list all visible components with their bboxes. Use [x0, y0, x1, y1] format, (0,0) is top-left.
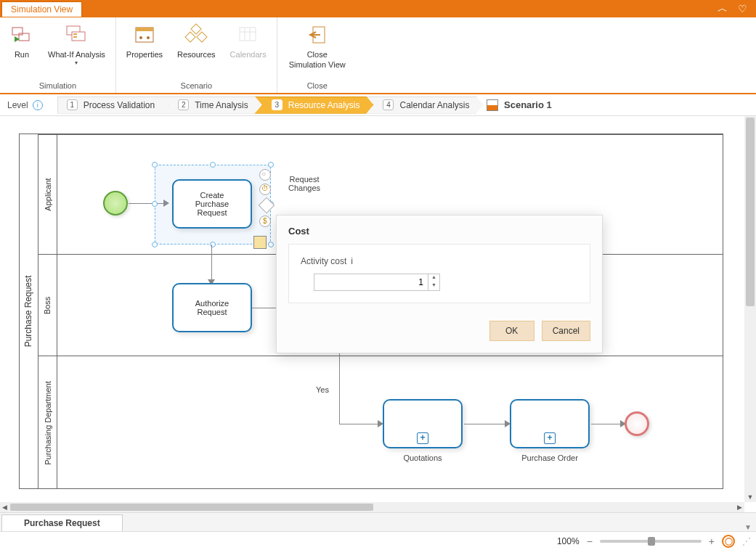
lane-label[interactable]: Boss: [38, 255, 57, 356]
context-cost-icon[interactable]: [259, 216, 271, 227]
scenario-icon: [487, 99, 498, 111]
end-event[interactable]: [625, 411, 649, 436]
properties-button[interactable]: Properties: [121, 20, 168, 62]
svg-point-9: [139, 36, 142, 39]
task-create-purchase-request[interactable]: Create Purchase Request: [172, 179, 252, 229]
zoom-slider[interactable]: [600, 540, 702, 543]
step-calendar-analysis[interactable]: 4 Calendar Analysis: [366, 97, 483, 114]
ribbon-group-close: Close Simulation View Close: [277, 17, 357, 93]
svg-rect-14: [240, 28, 256, 41]
lane-label[interactable]: Purchasing Department: [38, 356, 57, 489]
task-purchase-order[interactable]: [510, 399, 590, 448]
properties-icon: [133, 23, 156, 46]
zoom-label: 100%: [557, 536, 580, 546]
svg-rect-8: [136, 28, 153, 31]
document-tabs: Purchase Request ▼: [0, 512, 756, 531]
spinner[interactable]: ▲ ▼: [428, 274, 440, 291]
context-timer-icon[interactable]: [259, 184, 271, 195]
flow-label-yes: Yes: [316, 385, 329, 394]
ribbon-group-scenario: Properties Resources Calendars Scenario: [116, 17, 277, 93]
help-icon[interactable]: ♡: [738, 3, 747, 15]
zoom-fit-icon[interactable]: ◯: [722, 535, 735, 548]
calendars-icon: [237, 23, 260, 46]
chevron-down-icon: ▾: [75, 59, 78, 66]
ribbon-group-simulation: Run What-If Analysis ▾ Simulation: [0, 17, 116, 93]
run-icon: [10, 23, 33, 46]
whatif-icon: [65, 23, 88, 46]
step-time-analysis[interactable]: 2 Time Analysis: [161, 97, 262, 114]
level-bar: Level i 1 Process Validation 2 Time Anal…: [0, 94, 756, 116]
step-process-validation[interactable]: 1 Process Validation: [57, 97, 169, 114]
pool-label[interactable]: Purchase Request: [20, 134, 38, 488]
svg-rect-13: [197, 32, 207, 42]
dialog-title: Cost: [277, 216, 602, 244]
cancel-button[interactable]: Cancel: [542, 321, 590, 341]
status-bar: 100% − + ◯ ⋰: [0, 531, 756, 550]
info-icon[interactable]: i: [351, 256, 353, 266]
spin-down-icon[interactable]: ▼: [428, 282, 439, 290]
zoom-in-button[interactable]: +: [709, 535, 715, 547]
whatif-button[interactable]: What-If Analysis ▾: [42, 20, 111, 69]
title-bar: Simulation View ︿ ♡: [0, 0, 756, 17]
doc-tab-purchase-request[interactable]: Purchase Request: [1, 514, 123, 531]
zoom-out-button[interactable]: −: [587, 535, 593, 547]
context-event-icon[interactable]: [259, 169, 271, 181]
ok-button[interactable]: OK: [489, 321, 535, 341]
svg-rect-6: [73, 36, 77, 38]
flow-label-request-changes: Request Changes: [288, 175, 320, 192]
scenario-indicator[interactable]: Scenario 1: [487, 99, 552, 111]
close-sim-button[interactable]: Close Simulation View: [283, 20, 351, 73]
run-button[interactable]: Run: [4, 20, 39, 62]
resources-icon: [184, 23, 208, 46]
spin-up-icon[interactable]: ▲: [428, 274, 439, 282]
title-tab[interactable]: Simulation View: [1, 1, 82, 17]
step-resource-analysis[interactable]: 3 Resource Analysis: [255, 97, 374, 114]
chevron-up-icon[interactable]: ︿: [718, 2, 728, 15]
ribbon: Run What-If Analysis ▾ Simulation Proper…: [0, 17, 756, 94]
task-label-purchase-order: Purchase Order: [510, 453, 590, 462]
cost-dialog: Cost Activity cost i ▲ ▼ OK Cancel: [276, 215, 603, 353]
resources-button[interactable]: Resources: [171, 20, 221, 62]
svg-point-10: [147, 36, 150, 39]
start-event[interactable]: [103, 191, 128, 216]
svg-rect-11: [191, 24, 201, 34]
svg-rect-5: [73, 33, 77, 35]
level-label: Level: [7, 100, 28, 110]
task-label-quotations: Quotations: [383, 453, 463, 462]
task-authorize-request[interactable]: Authorize Request: [172, 283, 252, 332]
close-icon: [306, 23, 329, 46]
info-icon[interactable]: i: [33, 100, 43, 110]
activity-cost-input[interactable]: [314, 274, 428, 291]
lane-label[interactable]: Applicant: [38, 135, 57, 254]
task-quotations[interactable]: [383, 399, 463, 448]
horizontal-scrollbar[interactable]: ◀ ▶: [0, 502, 744, 512]
scroll-thumb[interactable]: [746, 118, 755, 306]
calendars-button: Calendars: [224, 20, 272, 62]
context-properties-icon[interactable]: [253, 236, 267, 249]
scroll-thumb[interactable]: [10, 504, 373, 511]
tab-dropdown-icon[interactable]: ▼: [744, 523, 752, 531]
svg-rect-12: [185, 32, 195, 42]
resize-grip-icon[interactable]: ⋰: [742, 536, 749, 546]
activity-cost-label: Activity cost: [301, 256, 346, 266]
vertical-scrollbar[interactable]: ▲ ▼: [744, 116, 756, 502]
